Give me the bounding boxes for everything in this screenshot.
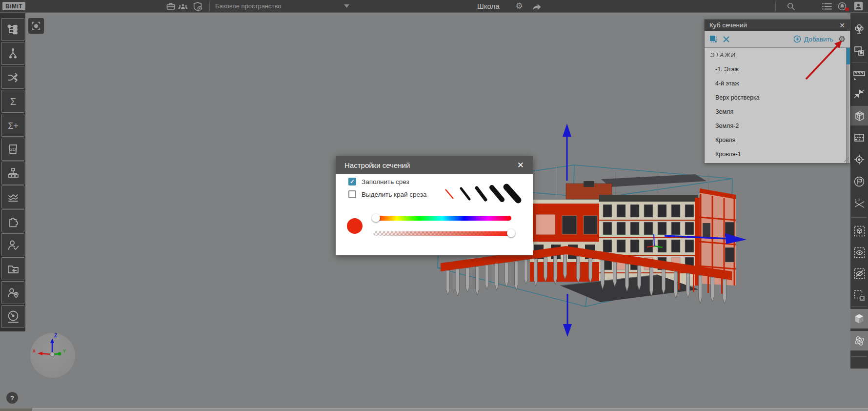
share-icon[interactable] — [530, 0, 543, 12]
orbit-mode-button[interactable] — [850, 331, 868, 350]
selection-sets-button[interactable] — [850, 41, 868, 61]
edge-slice-row: Выделить край среза — [348, 190, 426, 198]
panel-title-bar[interactable]: Куб сечений ✕ — [705, 20, 850, 31]
environment-tree-button[interactable] — [850, 20, 868, 39]
section-list: ЭТАЖИ -1. Этаж 4-й этаж Верх ростверка З… — [705, 48, 850, 163]
protection-status-icon[interactable] — [191, 0, 204, 12]
list-menu-icon[interactable] — [821, 0, 833, 12]
hide-selected-button[interactable] — [850, 264, 868, 283]
current-color-swatch[interactable] — [347, 218, 363, 234]
topbar-separator — [209, 1, 210, 11]
edge-slice-checkbox[interactable] — [348, 190, 356, 198]
svg-text:2D: 2D — [10, 147, 16, 152]
svg-text:Σ+: Σ+ — [8, 121, 19, 131]
edge-slice-label[interactable]: Выделить край среза — [362, 191, 426, 198]
hue-slider[interactable] — [373, 216, 511, 221]
focus-icon — [30, 20, 42, 32]
add-section-button[interactable]: Добавить — [793, 35, 833, 43]
left-toolbar: Σ Σ+ 2D — [0, 13, 25, 331]
dialog-title-bar[interactable]: Настройки сечений ✕ — [336, 156, 533, 174]
list-item[interactable]: 4-й этаж — [705, 76, 850, 90]
plus-circle-icon — [793, 35, 801, 43]
right-toolbar-divider — [851, 356, 867, 357]
trend-chart-button[interactable] — [1, 185, 24, 208]
check-icon: ✓ — [350, 178, 355, 185]
stroke-option-1-selected — [445, 189, 453, 199]
dialog-title: Настройки сечений — [344, 161, 410, 169]
fill-slice-checkbox[interactable]: ✓ — [348, 178, 356, 185]
navigation-sphere[interactable]: Z X Y — [30, 333, 75, 378]
numbered-sections-button[interactable]: 12 — [850, 194, 868, 214]
notifications-bell-icon[interactable] — [836, 0, 848, 12]
right-toolbar: 12 — [850, 13, 868, 369]
workspace-selector[interactable]: Базовое пространство — [215, 0, 349, 12]
stroke-option-5 — [506, 187, 518, 200]
opacity-slider[interactable] — [373, 231, 511, 236]
stroke-option-4 — [492, 187, 502, 200]
right-toolbar-divider — [851, 306, 867, 307]
reset-visibility-button[interactable] — [850, 286, 868, 305]
section-cube-button[interactable] — [850, 106, 868, 125]
shading-mode-button[interactable] — [850, 309, 868, 329]
right-toolbar-divider — [851, 217, 867, 218]
user-location-button[interactable] — [1, 281, 24, 304]
sum-button[interactable]: Σ — [1, 90, 24, 113]
shuffle-relations-button[interactable] — [1, 66, 24, 89]
section-settings-dialog: Настройки сечений ✕ ✓ Заполнить срез Выд… — [336, 156, 533, 255]
floor-plan-button[interactable] — [850, 128, 868, 147]
projects-briefcase-icon[interactable] — [164, 0, 177, 12]
list-item[interactable]: Кровля-1 — [705, 147, 850, 161]
user-account-icon[interactable] — [852, 0, 865, 12]
2d-sheet-button[interactable]: 2D — [1, 138, 24, 161]
section-cube-panel: Куб сечений ✕ Добавить ⚙ ЭТАЖИ -1. Этаж … — [704, 19, 850, 164]
svg-text:Σ: Σ — [10, 96, 16, 107]
model-viewport[interactable]: Σ Σ+ 2D — [0, 13, 868, 411]
branch-node-button[interactable] — [1, 42, 24, 65]
list-group-header: ЭТАЖИ — [705, 48, 850, 62]
import-folder-button[interactable] — [1, 257, 24, 280]
plugins-puzzle-button[interactable] — [1, 209, 24, 232]
list-item[interactable]: Земля-2 — [705, 119, 850, 133]
team-icon[interactable] — [177, 0, 189, 12]
window-bottom-edge — [0, 409, 868, 411]
search-icon[interactable] — [785, 0, 797, 12]
list-item[interactable]: Земля — [705, 104, 850, 119]
measure-ruler-button[interactable] — [850, 64, 868, 84]
list-item[interactable]: Кровля — [705, 133, 850, 147]
list-item[interactable]: Верх ростверка — [705, 90, 850, 104]
user-approve-button[interactable] — [1, 233, 24, 256]
panel-scrollbar-thumb[interactable] — [847, 48, 850, 64]
stroke-width-options[interactable] — [441, 183, 524, 205]
flag-marker-button[interactable] — [850, 172, 868, 191]
hue-slider-thumb[interactable] — [372, 214, 380, 222]
panel-scrollbar[interactable] — [846, 48, 849, 163]
opacity-slider-thumb[interactable] — [507, 229, 515, 237]
cube-mode-icon[interactable] — [709, 35, 718, 43]
fill-slice-label[interactable]: Заполнить срез — [362, 178, 409, 185]
isolate-selection-button[interactable] — [850, 221, 868, 241]
help-button[interactable]: ? — [6, 392, 18, 404]
panel-close-icon[interactable]: ✕ — [839, 22, 845, 29]
sum-add-button[interactable]: Σ+ — [1, 114, 24, 137]
panel-resize-grip[interactable] — [843, 156, 849, 163]
gauge-button[interactable] — [1, 305, 24, 328]
svg-text:1: 1 — [855, 199, 857, 202]
y-axis-label: Y — [63, 349, 66, 353]
model-tree-button[interactable] — [1, 18, 24, 41]
panel-settings-gear-icon[interactable]: ⚙ — [838, 35, 846, 43]
topbar-separator-right — [775, 1, 776, 11]
workspace-label: Базовое пространство — [215, 2, 282, 10]
clear-section-icon[interactable] — [723, 36, 730, 43]
list-item[interactable]: -1. Этаж — [705, 62, 850, 76]
section-plane-button[interactable] — [850, 84, 868, 103]
frame-object-button[interactable] — [28, 18, 44, 34]
locate-target-button[interactable] — [850, 150, 868, 169]
stroke-option-3 — [477, 188, 485, 200]
x-axis-label: X — [33, 349, 36, 353]
org-structure-button[interactable] — [1, 162, 24, 185]
project-settings-gear-icon[interactable]: ⚙ — [513, 0, 525, 12]
z-axis-label: Z — [54, 333, 57, 338]
show-selected-button[interactable] — [850, 243, 868, 262]
dialog-close-icon[interactable]: ✕ — [517, 161, 524, 169]
right-toolbar-divider — [851, 62, 867, 63]
